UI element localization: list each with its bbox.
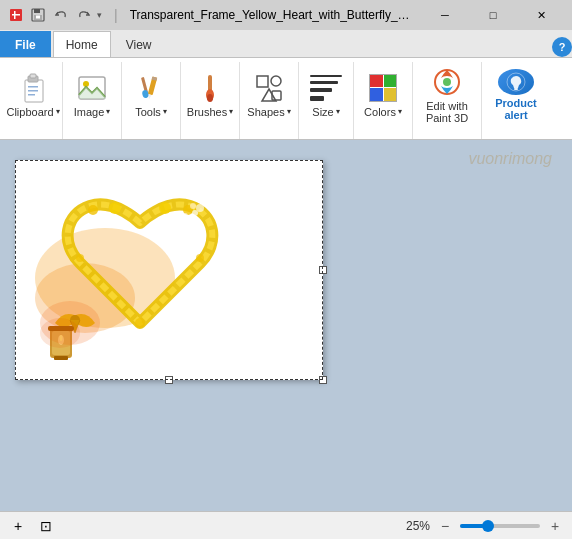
svg-point-39 [109,202,121,214]
size-line-1 [310,75,342,77]
canvas-area[interactable]: vuonrimong [0,140,572,511]
maximize-button[interactable]: □ [470,0,516,30]
clipboard-label: Clipboard ▾ [6,106,59,118]
selection-handle-middle-right[interactable] [319,266,327,274]
add-canvas-button[interactable]: + [8,516,28,536]
colors-button[interactable]: Colors ▾ [360,64,406,124]
tools-button[interactable]: Tools ▾ [128,64,174,124]
image-icon [76,72,108,104]
svg-point-35 [76,254,84,262]
svg-rect-2 [14,11,16,19]
clipboard-button[interactable]: Clipboard ▾ [10,64,56,124]
title-bar-left: ▾ | [8,5,122,25]
selection-handle-bottom-middle[interactable] [165,376,173,384]
svg-rect-30 [514,88,518,90]
size-items: Size ▾ [303,64,349,137]
edit-paint3d-items: Edit with Paint 3D [419,64,475,137]
svg-point-48 [196,204,204,212]
tab-file[interactable]: File [0,31,51,57]
save-button[interactable] [28,5,48,25]
zoom-out-button[interactable]: − [436,517,454,535]
svg-point-19 [141,89,149,98]
status-bar: + ⊡ 25% − + [0,511,572,539]
svg-rect-6 [36,16,40,19]
tab-home[interactable]: Home [53,31,111,57]
shapes-button[interactable]: Shapes ▾ [246,64,292,124]
canvas-wrapper [15,160,323,380]
color-blue [370,88,383,101]
svg-rect-4 [34,9,40,13]
colors-label: Colors ▾ [364,106,402,118]
watermark: vuonrimong [468,150,552,168]
svg-point-52 [40,318,80,348]
brushes-items: Brushes ▾ [187,64,233,137]
image-button[interactable]: Image ▾ [69,64,115,124]
status-right: 25% − + [406,517,564,535]
tab-view[interactable]: View [113,31,165,57]
svg-point-49 [190,203,196,209]
zoom-slider-thumb[interactable] [482,520,494,532]
edit-paint3d-group: Edit with Paint 3D [413,62,482,139]
close-button[interactable]: ✕ [518,0,564,30]
svg-rect-23 [257,76,268,87]
shapes-label: Shapes ▾ [247,106,290,118]
zoom-slider[interactable] [460,524,540,528]
svg-rect-10 [28,86,38,88]
minimize-button[interactable]: ─ [422,0,468,30]
tools-group: Tools ▾ [122,62,181,139]
product-alert-button[interactable]: Product alert [488,64,544,124]
edit-paint3d-label: Edit with Paint 3D [426,100,468,124]
shapes-group: Shapes ▾ [240,62,299,139]
image-label: Image ▾ [74,106,111,118]
canvas-image [25,168,255,368]
ribbon-right: ? [548,33,572,57]
paint-app-icon [8,7,24,23]
edit-paint3d-button[interactable]: Edit with Paint 3D [419,64,475,124]
svg-point-36 [196,254,204,262]
status-left: + ⊡ [8,516,56,536]
product-alert-icon [498,69,534,95]
canvas-document[interactable] [15,160,323,380]
window-title: Transparent_Frame_Yellow_Heart_with_Butt… [130,8,414,22]
svg-rect-9 [30,74,36,78]
redo-button[interactable] [74,5,94,25]
svg-point-33 [88,205,98,215]
image-group: Image ▾ [63,62,122,139]
size-line-3 [310,88,332,92]
svg-rect-12 [28,94,35,96]
help-button[interactable]: ? [552,37,572,57]
svg-rect-44 [54,356,68,360]
svg-point-22 [207,94,213,102]
svg-point-37 [135,318,145,328]
color-red [370,75,383,88]
brushes-button[interactable]: Brushes ▾ [187,64,233,124]
color-green [384,75,397,88]
product-alert-items: Product alert [488,64,544,137]
clipboard-group: Clipboard ▾ [4,62,63,139]
zoom-percentage: 25% [406,519,430,533]
clipboard-icon [17,72,49,104]
ribbon-toolbar: Clipboard ▾ Image ▾ [0,58,572,140]
image-items: Image ▾ [69,64,115,137]
size-button[interactable]: Size ▾ [303,64,349,124]
brushes-icon [194,72,226,104]
svg-rect-11 [28,90,38,92]
product-alert-label: Product alert [495,97,537,121]
title-bar: ▾ | Transparent_Frame_Yellow_Heart_with_… [0,0,572,30]
colors-items: Colors ▾ [360,64,406,137]
colors-icon [367,72,399,104]
svg-point-38 [159,202,171,214]
tools-icon [135,72,167,104]
svg-point-50 [182,213,188,219]
resize-canvas-button[interactable]: ⊡ [36,516,56,536]
zoom-in-button[interactable]: + [546,517,564,535]
size-line-4 [310,96,324,101]
quick-access-dropdown[interactable]: ▾ [97,10,102,20]
brushes-label: Brushes ▾ [187,106,233,118]
edit-paint3d-icon [431,66,463,98]
zoom-slider-fill [460,524,484,528]
selection-handle-bottom-right[interactable] [319,376,327,384]
svg-point-24 [271,76,281,86]
title-separator: | [114,7,118,23]
undo-button[interactable] [51,5,71,25]
